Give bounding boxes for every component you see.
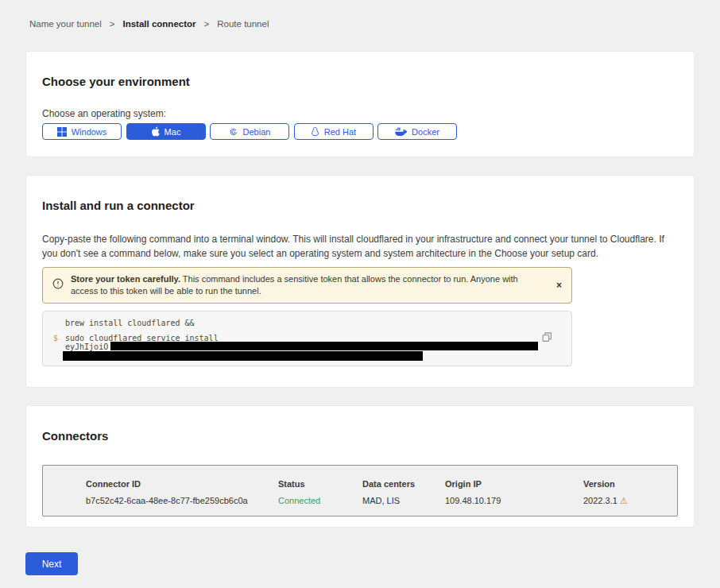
docker-icon	[395, 127, 407, 136]
column-header-version: Version	[583, 479, 677, 489]
redhat-icon	[311, 126, 319, 137]
breadcrumb-name-your-tunnel[interactable]: Name your tunnel	[29, 19, 102, 29]
cell-data-centers: MAD, LIS	[362, 496, 445, 506]
version-value: 2022.3.1	[583, 496, 617, 505]
os-button-group: Windows Mac Debian	[42, 123, 678, 140]
install-command-code-block: brew install cloudflared && $ sudo cloud…	[42, 311, 572, 366]
breadcrumb-separator: >	[204, 19, 210, 29]
column-header-connector-id: Connector ID	[86, 479, 278, 489]
os-select-label: Choose an operating system:	[42, 108, 678, 119]
install-description: Copy-paste the following command into a …	[42, 232, 674, 261]
column-header-status: Status	[278, 479, 362, 489]
os-button-windows[interactable]: Windows	[42, 123, 122, 140]
token-warning-text: Store your token carefully. This command…	[71, 273, 528, 297]
cell-connector-id: b7c52c42-6caa-48ee-8c77-fbe259cb6c0a	[86, 496, 278, 506]
close-icon[interactable]: ×	[556, 280, 562, 291]
version-warning-icon: ⚠	[620, 496, 628, 505]
connectors-card: Connectors Connector ID Status Data cent…	[25, 405, 695, 528]
cell-status: Connected	[278, 496, 362, 506]
os-button-label: Docker	[412, 127, 439, 137]
redacted-token-bar	[110, 342, 538, 350]
apple-icon	[151, 126, 160, 137]
os-button-label: Mac	[165, 127, 181, 137]
column-header-origin-ip: Origin IP	[445, 479, 583, 489]
redacted-token-bar	[63, 351, 423, 361]
breadcrumb-route-tunnel[interactable]: Route tunnel	[217, 19, 269, 29]
code-line-brew: brew install cloudflared &&	[65, 319, 195, 327]
environment-card: Choose your environment Choose an operat…	[25, 51, 695, 157]
install-card-title: Install and run a connector	[42, 199, 678, 212]
cell-version: 2022.3.1 ⚠	[583, 496, 677, 506]
table-row: b7c52c42-6caa-48ee-8c77-fbe259cb6c0a Con…	[86, 496, 677, 506]
breadcrumb-install-connector[interactable]: Install connector	[123, 19, 196, 29]
code-prompt: $	[53, 334, 58, 342]
os-button-docker[interactable]: Docker	[377, 123, 457, 140]
column-header-data-centers: Data centers	[362, 479, 445, 489]
connectors-card-title: Connectors	[42, 429, 678, 443]
windows-icon	[57, 127, 67, 137]
os-button-redhat[interactable]: Red Hat	[294, 123, 374, 140]
copy-icon[interactable]	[542, 332, 552, 345]
breadcrumb-separator: >	[110, 19, 115, 29]
debian-icon	[229, 127, 238, 137]
os-button-debian[interactable]: Debian	[210, 123, 289, 140]
connectors-table: Connector ID Status Data centers Origin …	[42, 465, 678, 516]
alert-circle-icon	[52, 278, 64, 292]
environment-card-title: Choose your environment	[42, 75, 678, 88]
cell-origin-ip: 109.48.10.179	[445, 496, 583, 506]
breadcrumb: Name your tunnel > Install connector > R…	[0, 0, 720, 29]
code-token-prefix: eyJhIjoiO	[65, 342, 108, 351]
os-button-label: Red Hat	[324, 127, 356, 137]
install-card: Install and run a connector Copy-paste t…	[25, 175, 695, 388]
token-warning-bold: Store your token carefully.	[71, 274, 180, 284]
os-button-mac[interactable]: Mac	[126, 123, 206, 140]
os-button-label: Debian	[243, 127, 271, 137]
os-button-label: Windows	[72, 127, 107, 137]
next-button[interactable]: Next	[25, 552, 78, 575]
token-warning-banner: Store your token carefully. This command…	[42, 267, 572, 304]
connectors-table-header: Connector ID Status Data centers Origin …	[86, 479, 677, 489]
